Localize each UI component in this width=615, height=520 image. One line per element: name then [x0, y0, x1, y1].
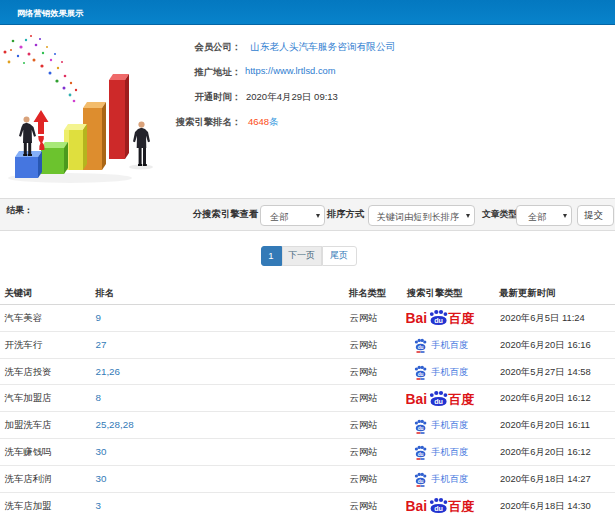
svg-text:百度: 百度 [448, 392, 475, 407]
svg-text:du: du [418, 480, 424, 485]
svg-text:Bai: Bai [406, 391, 427, 406]
svg-text:du: du [418, 346, 424, 351]
svg-text:du: du [418, 453, 424, 458]
svg-text:Bai: Bai [406, 499, 427, 514]
svg-text:du: du [434, 504, 443, 513]
svg-text:百度: 百度 [448, 499, 475, 514]
svg-text:du: du [434, 397, 443, 406]
svg-text:Bai: Bai [406, 311, 427, 326]
svg-text:du: du [434, 317, 443, 326]
svg-text:百度: 百度 [448, 311, 475, 326]
svg-text:du: du [418, 372, 424, 377]
svg-text:du: du [418, 426, 424, 431]
